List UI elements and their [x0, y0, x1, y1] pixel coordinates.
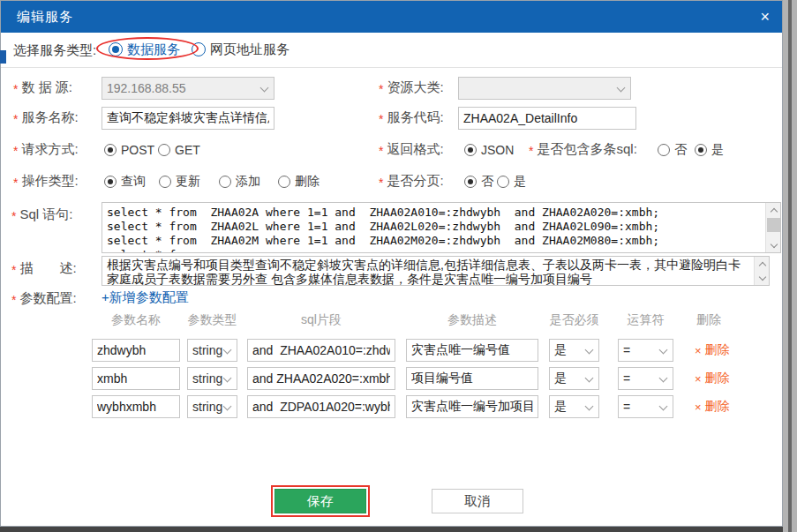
- radio-icon: [695, 144, 707, 156]
- radio-icon: [219, 176, 231, 188]
- radio-multi-sql-no[interactable]: 否: [658, 142, 687, 158]
- description-label: * 描 述:: [11, 258, 77, 279]
- param-desc-input[interactable]: [406, 367, 538, 390]
- chevron-down-icon: [223, 346, 232, 355]
- param-sql-input[interactable]: [247, 395, 395, 418]
- radio-multi-sql-yes[interactable]: 是: [695, 142, 724, 158]
- param-name-input[interactable]: [92, 367, 180, 390]
- header-operator: 运算符: [618, 312, 673, 330]
- radio-icon: [109, 42, 123, 56]
- service-name-input[interactable]: [102, 107, 274, 130]
- chevron-down-icon: [585, 402, 594, 411]
- service-code-label: * 服务代码:: [379, 107, 444, 128]
- param-operator-select[interactable]: =: [618, 339, 673, 362]
- description-textarea[interactable]: 根据灾害点编号和项目类型查询不稳定斜坡灾害点的详细信息,包括详细信息表、子表以及…: [102, 256, 770, 286]
- request-method-label: * 请求方式:: [13, 139, 79, 160]
- delete-x-icon: ×: [695, 372, 702, 386]
- param-required-select[interactable]: 是: [549, 395, 599, 418]
- scroll-up-icon[interactable]: [755, 257, 770, 270]
- radio-get[interactable]: GET: [158, 142, 200, 158]
- service-type-label: 选择服务类型:: [13, 40, 96, 61]
- service-code-input[interactable]: [458, 107, 636, 130]
- param-desc-input[interactable]: [406, 339, 538, 362]
- radio-icon: [464, 144, 477, 156]
- param-operator-select[interactable]: =: [618, 395, 673, 418]
- return-format-label: * 返回格式:: [379, 139, 444, 160]
- radio-web-address-service[interactable]: 网页地址服务: [192, 41, 289, 57]
- edit-service-dialog: 编辑服务 × 选择服务类型: 数据服务 网页地址服务 * 数 据 源: 192.…: [0, 0, 783, 527]
- chevron-down-icon: [659, 402, 668, 411]
- data-source-label: * 数 据 源:: [13, 77, 72, 98]
- radio-icon: [497, 176, 509, 188]
- resource-category-select[interactable]: [458, 77, 631, 100]
- screen: 编辑服务 × 选择服务类型: 数据服务 网页地址服务 * 数 据 源: 192.…: [0, 0, 797, 532]
- sql-label: * Sql 语句:: [11, 204, 72, 225]
- radio-post[interactable]: POST: [104, 142, 154, 158]
- param-type-select[interactable]: string: [187, 339, 237, 362]
- param-type-select[interactable]: string: [187, 395, 237, 418]
- header-sql-fragment: sql片段: [247, 312, 395, 330]
- window-edge-right-line: [788, 0, 792, 532]
- radio-json[interactable]: JSON: [464, 142, 514, 158]
- description-scrollbar[interactable]: [754, 257, 769, 285]
- radio-label: 数据服务: [127, 41, 180, 58]
- radio-icon: [658, 144, 670, 156]
- pagination-label: * 是否分页:: [379, 170, 444, 191]
- radio-label: 网页地址服务: [210, 41, 289, 58]
- radio-icon: [104, 176, 117, 188]
- chevron-down-icon: [617, 84, 626, 93]
- param-sql-input[interactable]: [247, 339, 395, 362]
- radio-icon: [278, 176, 290, 188]
- param-required-select[interactable]: 是: [549, 339, 599, 362]
- delete-param-link[interactable]: × 删除: [695, 395, 730, 418]
- add-param-link[interactable]: +新增参数配置: [102, 289, 189, 306]
- chevron-down-icon: [585, 374, 594, 383]
- scrollbar-thumb[interactable]: [767, 218, 780, 232]
- multi-sql-label: * 是否包含多条sql:: [529, 139, 637, 160]
- header-delete: 删除: [680, 312, 737, 330]
- radio-icon: [192, 42, 206, 56]
- param-type-select[interactable]: string: [187, 367, 237, 390]
- service-name-label: * 服务名称:: [13, 107, 79, 128]
- window-edge-bottom: [0, 527, 783, 532]
- scroll-up-icon[interactable]: [766, 203, 781, 216]
- radio-pagination-no[interactable]: 否: [464, 174, 493, 190]
- radio-pagination-yes[interactable]: 是: [497, 174, 526, 190]
- radio-op-delete[interactable]: 删除: [278, 174, 320, 190]
- radio-op-add[interactable]: 添加: [219, 174, 260, 190]
- cancel-button[interactable]: 取消: [432, 489, 523, 513]
- chevron-down-icon: [223, 374, 232, 383]
- param-name-input[interactable]: [92, 395, 180, 418]
- close-icon[interactable]: ×: [760, 9, 770, 25]
- radio-data-service[interactable]: 数据服务: [109, 41, 180, 57]
- header-param-name: 参数名称: [92, 312, 180, 330]
- radio-op-query[interactable]: 查询: [104, 174, 146, 190]
- title-bar: 编辑服务 ×: [1, 1, 782, 33]
- param-name-input[interactable]: [92, 339, 180, 362]
- chevron-down-icon: [260, 84, 269, 93]
- chevron-down-icon: [585, 346, 594, 355]
- save-button[interactable]: 保存: [274, 489, 366, 513]
- scroll-down-icon[interactable]: [766, 239, 781, 252]
- delete-param-link[interactable]: × 删除: [695, 339, 730, 362]
- data-source-select[interactable]: 192.168.88.55: [102, 77, 274, 100]
- delete-param-link[interactable]: × 删除: [695, 367, 730, 390]
- window-edge-blue-notch: [0, 50, 6, 64]
- operation-type-label: * 操作类型:: [13, 170, 79, 191]
- radio-icon: [159, 176, 171, 188]
- scroll-down-icon[interactable]: [755, 272, 770, 285]
- delete-x-icon: ×: [695, 344, 702, 357]
- divider: [1, 67, 782, 68]
- resource-category-label: * 资源大类:: [379, 77, 444, 98]
- param-sql-input[interactable]: [247, 367, 395, 390]
- radio-icon: [158, 144, 170, 156]
- sql-scrollbar[interactable]: [765, 203, 780, 252]
- param-operator-select[interactable]: =: [618, 367, 673, 390]
- param-required-select[interactable]: 是: [549, 367, 599, 390]
- param-desc-input[interactable]: [406, 395, 538, 418]
- header-param-desc: 参数描述: [406, 312, 538, 330]
- sql-textarea[interactable]: select * from ZHAA02A where 1=1 and ZHAA…: [102, 202, 781, 253]
- radio-icon: [104, 144, 117, 156]
- radio-op-update[interactable]: 更新: [159, 174, 200, 190]
- chevron-down-icon: [659, 374, 668, 383]
